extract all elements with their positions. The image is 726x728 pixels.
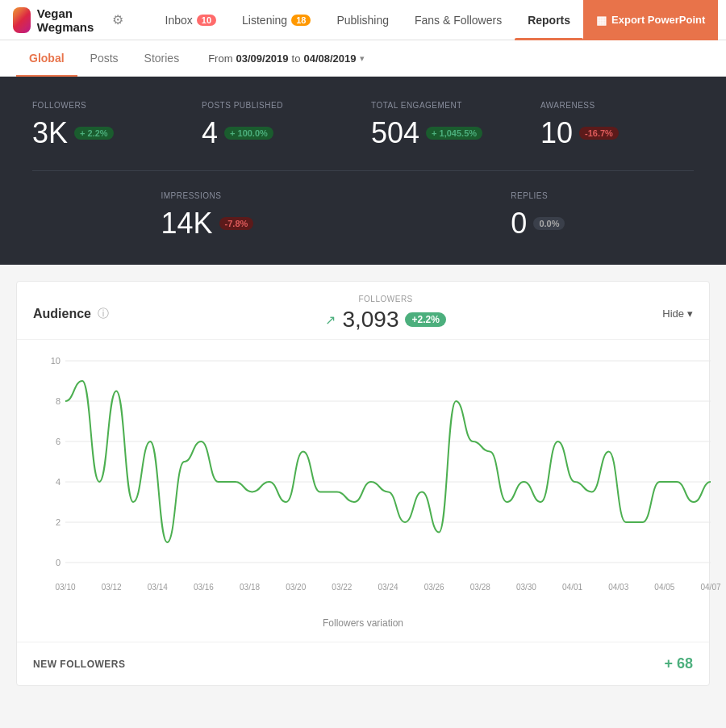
audience-title: Audience <box>33 307 91 321</box>
chart-x-label: Followers variation <box>33 617 693 629</box>
svg-text:10: 10 <box>51 356 60 366</box>
awareness-value: 10 <box>540 116 573 150</box>
main-content: Audience ⓘ FOLLOWERS ↗ 3,093 +2.2% Hide … <box>0 265 726 718</box>
svg-text:03/30: 03/30 <box>516 583 536 592</box>
tab-stories[interactable]: Stories <box>131 40 193 77</box>
impressions-value: 14K <box>161 207 213 241</box>
followers-chart: 024681003/1003/1203/1403/1603/1803/2003/… <box>33 353 726 611</box>
engagement-badge: + 1,045.5% <box>426 127 482 140</box>
followers-display: ↗ 3,093 +2.2% <box>109 307 662 333</box>
followers-label: FOLLOWERS <box>109 295 662 303</box>
svg-text:4: 4 <box>56 477 60 487</box>
followers-pct-badge: +2.2% <box>405 312 445 327</box>
brand: Vegan Wegmans ⚙ <box>13 6 123 34</box>
svg-text:03/16: 03/16 <box>194 583 214 592</box>
engagement-value: 504 <box>371 116 419 150</box>
svg-text:03/10: 03/10 <box>55 583 75 592</box>
nav-item-reports[interactable]: Reports <box>515 0 583 40</box>
inbox-badge: 10 <box>197 15 216 26</box>
svg-text:04/01: 04/01 <box>562 583 582 592</box>
posts-badge: + 100.0% <box>224 127 273 140</box>
nav-item-inbox[interactable]: Inbox 10 <box>152 0 230 40</box>
export-powerpoint-button[interactable]: ▦ Export PowerPoint <box>583 0 718 40</box>
svg-text:03/20: 03/20 <box>286 583 306 592</box>
impressions-badge: -7.8% <box>219 217 254 230</box>
posts-value: 4 <box>202 116 218 150</box>
stat-total-engagement: TOTAL ENGAGEMENT 504 + 1,045.5% <box>355 101 524 150</box>
svg-text:8: 8 <box>56 396 60 406</box>
svg-text:04/03: 04/03 <box>608 583 628 592</box>
followers-center: FOLLOWERS ↗ 3,093 +2.2% <box>109 295 662 333</box>
sub-nav-tabs: Global Posts Stories <box>16 40 192 77</box>
stat-impressions: IMPRESSIONS 14K -7.8% <box>145 191 270 241</box>
audience-header: Audience ⓘ FOLLOWERS ↗ 3,093 +2.2% Hide … <box>17 282 709 340</box>
nav-items: Inbox 10 Listening 18 Publishing Fans & … <box>152 0 583 40</box>
hide-button[interactable]: Hide ▾ <box>662 308 693 320</box>
new-followers-section: NEW FOLLOWERS + 68 <box>17 642 709 685</box>
svg-text:03/18: 03/18 <box>240 583 260 592</box>
date-start: 03/09/2019 <box>236 52 289 65</box>
stats-panel: FOLLOWERS 3K + 2.2% POSTS PUBLISHED 4 + … <box>0 77 726 265</box>
svg-text:6: 6 <box>56 437 60 446</box>
svg-text:03/14: 03/14 <box>148 583 168 592</box>
brand-name: Vegan Wegmans <box>37 6 102 34</box>
svg-text:03/24: 03/24 <box>378 583 398 592</box>
stat-followers: FOLLOWERS 3K + 2.2% <box>32 101 186 150</box>
stat-awareness: AWARENESS 10 -16.7% <box>524 101 694 150</box>
sub-navigation: Global Posts Stories From 03/09/2019 to … <box>0 40 726 77</box>
svg-text:03/12: 03/12 <box>102 583 122 592</box>
svg-text:03/28: 03/28 <box>470 583 490 592</box>
stats-row-1: FOLLOWERS 3K + 2.2% POSTS PUBLISHED 4 + … <box>32 101 694 150</box>
new-followers-label: NEW FOLLOWERS <box>33 659 126 670</box>
nav-item-publishing[interactable]: Publishing <box>323 0 402 40</box>
tab-posts[interactable]: Posts <box>77 40 131 77</box>
info-icon[interactable]: ⓘ <box>98 307 109 321</box>
date-end: 04/08/2019 <box>303 52 356 65</box>
svg-text:04/07: 04/07 <box>700 583 720 592</box>
followers-badge: + 2.2% <box>74 127 114 140</box>
powerpoint-icon: ▦ <box>596 14 607 27</box>
date-chevron-icon: ▾ <box>360 53 365 64</box>
arrow-up-icon: ↗ <box>325 312 336 328</box>
audience-card: Audience ⓘ FOLLOWERS ↗ 3,093 +2.2% Hide … <box>16 281 710 686</box>
new-followers-value: + 68 <box>664 655 693 672</box>
stat-replies: REPLIES 0 0.0% <box>494 191 581 241</box>
followers-value: 3K <box>32 116 68 150</box>
chevron-down-icon: ▾ <box>687 308 693 320</box>
svg-text:04/05: 04/05 <box>654 583 674 592</box>
svg-text:03/22: 03/22 <box>332 583 352 592</box>
replies-value: 0 <box>511 207 527 241</box>
listening-badge: 18 <box>291 15 311 26</box>
replies-badge: 0.0% <box>533 217 565 230</box>
stats-row-2: IMPRESSIONS 14K -7.8% REPLIES 0 0.0% <box>32 191 694 241</box>
svg-text:03/26: 03/26 <box>424 583 444 592</box>
chart-container: 024681003/1003/1203/1403/1603/1803/2003/… <box>17 340 709 642</box>
awareness-badge: -16.7% <box>579 127 619 140</box>
tab-global[interactable]: Global <box>16 40 77 77</box>
followers-count: 3,093 <box>342 307 398 333</box>
stats-divider <box>32 170 694 171</box>
brand-logo-icon <box>13 7 31 33</box>
audience-left: Audience ⓘ <box>33 307 109 321</box>
nav-item-listening[interactable]: Listening 18 <box>229 0 323 40</box>
svg-text:2: 2 <box>56 517 60 527</box>
nav-item-fans-followers[interactable]: Fans & Followers <box>402 0 515 40</box>
svg-text:0: 0 <box>56 558 60 567</box>
stat-posts-published: POSTS PUBLISHED 4 + 100.0% <box>186 101 355 150</box>
gear-icon[interactable]: ⚙ <box>112 12 123 27</box>
top-navigation: Vegan Wegmans ⚙ Inbox 10 Listening 18 Pu… <box>0 0 726 40</box>
date-range-picker[interactable]: From 03/09/2019 to 04/08/2019 ▾ <box>208 52 364 65</box>
